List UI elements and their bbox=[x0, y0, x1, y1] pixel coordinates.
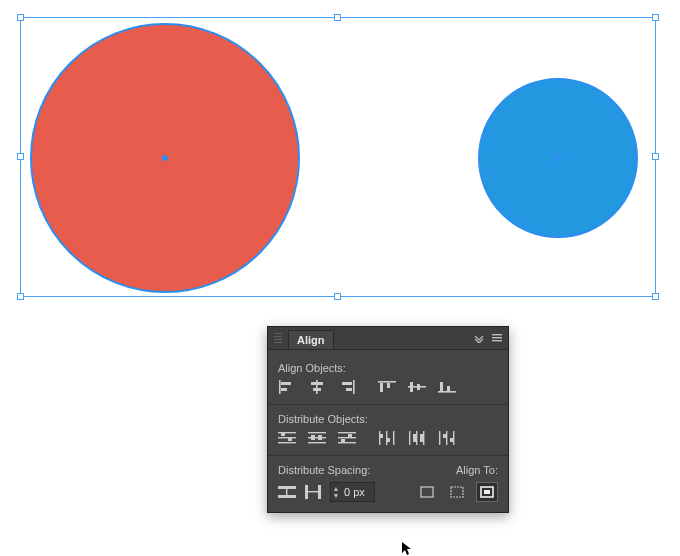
svg-rect-50 bbox=[450, 438, 453, 442]
svg-rect-60 bbox=[484, 490, 490, 494]
svg-rect-7 bbox=[311, 382, 323, 385]
svg-rect-49 bbox=[443, 434, 446, 438]
align-hcenter-icon[interactable] bbox=[308, 380, 326, 394]
anchor-center-icon bbox=[555, 155, 561, 161]
selection-handle-icon[interactable] bbox=[334, 14, 341, 21]
svg-rect-56 bbox=[308, 491, 318, 492]
svg-rect-54 bbox=[305, 485, 308, 499]
divider bbox=[268, 455, 508, 456]
selection-handle-icon[interactable] bbox=[17, 293, 24, 300]
svg-rect-32 bbox=[338, 437, 356, 438]
distribute-hcenter-icon[interactable] bbox=[408, 431, 426, 445]
svg-rect-25 bbox=[288, 438, 292, 441]
svg-rect-38 bbox=[393, 431, 394, 445]
align-bottom-icon[interactable] bbox=[438, 380, 456, 394]
svg-rect-18 bbox=[438, 391, 456, 393]
align-top-icon[interactable] bbox=[378, 380, 396, 394]
svg-rect-10 bbox=[342, 382, 352, 385]
align-panel[interactable]: Align Align Objects: bbox=[267, 326, 509, 513]
svg-rect-42 bbox=[416, 431, 417, 445]
svg-rect-0 bbox=[492, 334, 502, 335]
svg-rect-13 bbox=[380, 383, 383, 392]
svg-rect-44 bbox=[413, 434, 416, 442]
align-to-label: Align To: bbox=[456, 464, 498, 476]
panel-grip-icon[interactable] bbox=[274, 333, 282, 343]
svg-rect-40 bbox=[387, 438, 390, 442]
svg-rect-43 bbox=[423, 431, 424, 445]
align-right-icon[interactable] bbox=[338, 380, 356, 394]
align-objects-label: Align Objects: bbox=[278, 362, 498, 374]
anchor-center-icon bbox=[162, 155, 168, 161]
svg-rect-20 bbox=[447, 386, 450, 391]
svg-rect-8 bbox=[313, 388, 321, 391]
selection-handle-icon[interactable] bbox=[652, 153, 659, 160]
red-circle[interactable] bbox=[30, 23, 300, 293]
svg-rect-5 bbox=[281, 388, 287, 391]
svg-rect-30 bbox=[318, 435, 322, 440]
selection-handle-icon[interactable] bbox=[334, 293, 341, 300]
svg-rect-29 bbox=[311, 435, 315, 440]
svg-rect-55 bbox=[318, 485, 321, 499]
svg-rect-14 bbox=[387, 383, 390, 388]
align-left-icon[interactable] bbox=[278, 380, 296, 394]
svg-rect-34 bbox=[341, 439, 345, 442]
svg-rect-26 bbox=[308, 432, 326, 433]
selection-handle-icon[interactable] bbox=[17, 14, 24, 21]
svg-rect-58 bbox=[451, 487, 463, 497]
svg-rect-21 bbox=[278, 432, 296, 433]
selection-handle-icon[interactable] bbox=[652, 293, 659, 300]
svg-rect-2 bbox=[492, 340, 502, 341]
svg-rect-17 bbox=[417, 384, 420, 390]
distribute-top-icon[interactable] bbox=[278, 431, 296, 445]
svg-rect-41 bbox=[409, 431, 410, 445]
svg-rect-9 bbox=[353, 380, 355, 394]
blue-circle[interactable] bbox=[478, 78, 638, 238]
svg-rect-47 bbox=[446, 431, 447, 445]
distribute-right-icon[interactable] bbox=[438, 431, 456, 445]
svg-rect-57 bbox=[421, 487, 433, 497]
svg-rect-33 bbox=[338, 442, 356, 443]
svg-rect-3 bbox=[279, 380, 281, 394]
svg-rect-39 bbox=[380, 434, 383, 438]
distribute-hspacing-icon[interactable] bbox=[304, 485, 322, 499]
spacing-value: 0 px bbox=[344, 486, 370, 498]
svg-rect-11 bbox=[346, 388, 352, 391]
collapse-panel-icon[interactable] bbox=[472, 331, 486, 345]
align-to-selection-icon[interactable] bbox=[446, 482, 468, 502]
svg-rect-23 bbox=[278, 442, 296, 443]
svg-rect-51 bbox=[278, 486, 296, 489]
svg-rect-27 bbox=[308, 437, 326, 438]
distribute-objects-label: Distribute Objects: bbox=[278, 413, 498, 425]
stepper-arrows-icon[interactable]: ▲▼ bbox=[331, 485, 341, 499]
svg-rect-35 bbox=[348, 434, 352, 437]
svg-rect-24 bbox=[281, 433, 285, 436]
align-to-artboard-icon[interactable] bbox=[416, 482, 438, 502]
distribute-vcenter-icon[interactable] bbox=[308, 431, 326, 445]
svg-rect-4 bbox=[281, 382, 291, 385]
svg-rect-46 bbox=[439, 431, 440, 445]
svg-rect-16 bbox=[410, 382, 413, 392]
divider bbox=[268, 404, 508, 405]
svg-rect-52 bbox=[278, 495, 296, 498]
panel-menu-icon[interactable] bbox=[490, 331, 504, 345]
svg-rect-12 bbox=[378, 381, 396, 383]
svg-rect-22 bbox=[278, 437, 296, 438]
svg-rect-45 bbox=[420, 434, 423, 442]
svg-rect-28 bbox=[308, 442, 326, 443]
align-vcenter-icon[interactable] bbox=[408, 380, 426, 394]
spacing-value-field[interactable]: ▲▼ 0 px bbox=[330, 482, 375, 502]
svg-rect-48 bbox=[453, 431, 454, 445]
distribute-vspacing-icon[interactable] bbox=[278, 485, 296, 499]
align-to-key-object-icon[interactable] bbox=[476, 482, 498, 502]
selection-handle-icon[interactable] bbox=[17, 153, 24, 160]
svg-rect-53 bbox=[286, 489, 287, 495]
svg-rect-1 bbox=[492, 337, 502, 338]
svg-rect-31 bbox=[338, 432, 356, 433]
distribute-bottom-icon[interactable] bbox=[338, 431, 356, 445]
svg-rect-19 bbox=[440, 382, 443, 391]
panel-tab-align[interactable]: Align bbox=[288, 330, 334, 349]
panel-tabbar[interactable]: Align bbox=[268, 327, 508, 350]
selection-handle-icon[interactable] bbox=[652, 14, 659, 21]
distribute-left-icon[interactable] bbox=[378, 431, 396, 445]
distribute-spacing-label: Distribute Spacing: bbox=[278, 464, 370, 476]
